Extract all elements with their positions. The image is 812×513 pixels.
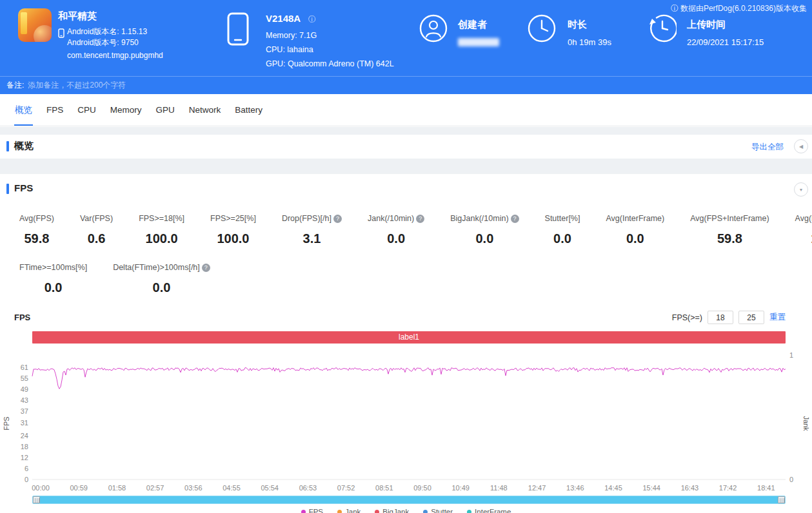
panel-collapse-button[interactable]: ◀	[794, 139, 808, 153]
x-tick-label: 11:48	[490, 484, 508, 492]
fps-line-chart[interactable]: 6155494337312418126010FPSJank00:0000:590…	[0, 344, 812, 496]
help-icon[interactable]: ?	[202, 264, 210, 272]
y2-tick-label: 1	[789, 351, 793, 359]
x-tick-label: 00:59	[70, 484, 88, 492]
y-tick-label: 0	[25, 476, 28, 483]
metric-label: Avg(InterFrame)	[606, 214, 664, 223]
collapse-down-icon: ▾	[800, 187, 802, 193]
legend-label: InterFrame	[475, 508, 511, 513]
y-tick-label: 55	[21, 374, 28, 382]
device-model: V2148A	[266, 13, 301, 24]
y-tick-label: 12	[21, 454, 28, 461]
chart-label-banner: label1	[32, 331, 786, 344]
tab-bar: 概览FPSCPUMemoryGPUNetworkBattery	[0, 94, 812, 126]
fps-chart-label: FPS	[14, 313, 30, 322]
legend-dot	[375, 510, 379, 513]
section-gap	[0, 159, 812, 174]
overview-title: 概览	[14, 140, 34, 152]
metric-label: BigJank(/10min)	[450, 214, 508, 223]
metric: Stutter[%]0.0	[545, 214, 580, 246]
tab-network[interactable]: Network	[182, 94, 228, 126]
help-icon[interactable]: ?	[333, 215, 342, 223]
collector-note-text: 数据由PerfDog(6.0.210836)版本收集	[680, 4, 807, 13]
collapse-left-icon: ◀	[799, 144, 803, 150]
metric-label: Jank(/10min)	[368, 214, 414, 223]
tab-cpu[interactable]: CPU	[70, 94, 103, 126]
fps-threshold-input-2[interactable]	[738, 311, 764, 324]
legend-item-stutter[interactable]: Stutter	[423, 508, 453, 513]
note-input[interactable]	[28, 81, 260, 90]
x-tick-label: 00:00	[32, 484, 50, 492]
x-tick-label: 08:51	[375, 484, 393, 492]
legend-item-fps[interactable]: FPS	[301, 508, 323, 513]
metric-label: FPS>=18[%]	[139, 214, 184, 223]
tab-overview[interactable]: 概览	[8, 94, 39, 126]
collector-note: ⓘ数据由PerfDog(6.0.210836)版本收集	[671, 3, 807, 14]
metric-value: 100.0	[146, 231, 178, 246]
section-accent-bar	[6, 184, 9, 194]
device-info-icon[interactable]: ⓘ	[308, 14, 316, 25]
x-tick-label: 06:53	[299, 484, 317, 492]
chart-zoom-scrollbar[interactable]	[32, 496, 786, 504]
metric-value: 0.0	[626, 231, 644, 246]
metric-label: Drop(FPS)[/h]	[282, 214, 332, 223]
metric-label: Avg(FPS)	[19, 214, 54, 223]
metric-value: 3.1	[303, 231, 321, 246]
metric-value: 0.0	[553, 231, 571, 246]
upload-time-label: 上传时间	[687, 19, 726, 31]
zoom-handle-right[interactable]	[778, 496, 785, 503]
fps-series-line	[32, 368, 786, 389]
y2-axis-title: Jank	[802, 416, 810, 431]
metric-label: Stutter[%]	[545, 214, 580, 223]
x-tick-label: 03:56	[184, 484, 203, 492]
tab-gpu[interactable]: GPU	[149, 94, 182, 126]
fps-threshold-input-1[interactable]	[708, 311, 733, 324]
metric-value: 0.0	[475, 231, 493, 246]
metric: Var(FPS)0.6	[80, 214, 113, 246]
metric: Drop(FPS)[/h]?3.1	[282, 214, 342, 246]
legend-label: FPS	[309, 508, 323, 513]
legend-item-jank[interactable]: Jank	[337, 508, 361, 513]
fps-threshold-controls: FPS(>=) 重置	[672, 311, 786, 324]
y-axis-title: FPS	[3, 416, 10, 430]
metric-value: 59.8	[717, 231, 742, 246]
help-icon[interactable]: ?	[416, 215, 424, 223]
legend-dot	[301, 510, 306, 513]
metric-value: 0.0	[153, 280, 171, 295]
x-tick-label: 17:42	[719, 484, 737, 492]
metric: Delta(FTime)>100ms[/h]?0.0	[113, 263, 210, 295]
metric: Avg(FTime)[ms]16.7	[795, 214, 812, 246]
y-tick-label: 18	[21, 443, 28, 450]
duration-clock-icon	[528, 14, 556, 45]
phone-icon	[225, 12, 251, 49]
device-gpu: GPU: Qualcomm Adreno (TM) 642L	[266, 59, 394, 68]
game-app-icon	[18, 8, 52, 42]
help-icon[interactable]: ?	[511, 215, 519, 223]
fps-metrics-row-1: Avg(FPS)59.8Var(FPS)0.6FPS>=18[%]100.0FP…	[19, 214, 812, 246]
metric-value: 0.0	[387, 231, 405, 246]
tab-fps[interactable]: FPS	[39, 94, 70, 126]
legend-dot	[337, 510, 342, 513]
legend-item-interframe[interactable]: InterFrame	[467, 508, 511, 513]
creator-label: 创建者	[458, 19, 487, 31]
reset-link[interactable]: 重置	[769, 312, 786, 323]
zoom-handle-left[interactable]	[33, 496, 40, 503]
tab-memory[interactable]: Memory	[103, 94, 149, 126]
tab-battery[interactable]: Battery	[228, 94, 270, 126]
x-tick-label: 05:54	[261, 484, 279, 492]
export-all-link[interactable]: 导出全部	[751, 142, 784, 153]
x-tick-label: 15:44	[642, 484, 660, 492]
fps-collapse-button[interactable]: ▾	[794, 182, 808, 197]
metric: FPS>=18[%]100.0	[139, 214, 184, 246]
x-tick-label: 14:45	[604, 484, 622, 492]
metric-value: 0.6	[88, 231, 106, 246]
y-tick-label: 49	[21, 385, 28, 393]
device-cpu: CPU: lahaina	[266, 45, 313, 54]
creator-avatar-icon	[419, 14, 448, 45]
x-tick-label: 02:57	[146, 484, 164, 492]
legend-label: Stutter	[431, 508, 453, 513]
metric: BigJank(/10min)?0.0	[450, 214, 519, 246]
section-accent-bar	[6, 141, 9, 151]
legend-item-bigjank[interactable]: BigJank	[375, 508, 409, 513]
overview-section-header: 概览 导出全部 ◀	[0, 135, 812, 159]
